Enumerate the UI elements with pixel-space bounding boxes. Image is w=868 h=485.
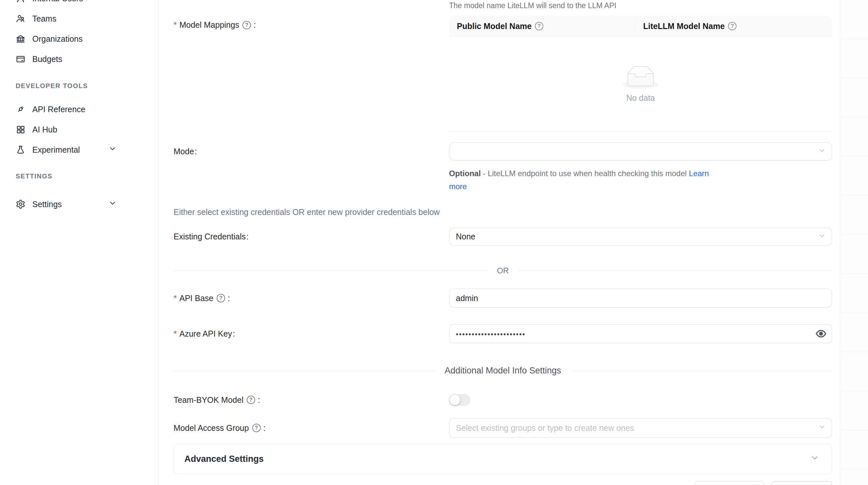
column-header-public-model-name: Public Model Name ? [449, 22, 635, 31]
background-page-edge [841, 0, 868, 485]
existing-credentials-row: Existing Credentials : None [174, 228, 832, 246]
sidebar-item-ai-hub[interactable]: AI Hub [0, 119, 158, 139]
sidebar-section-developer-tools: DEVELOPER TOOLS [0, 82, 158, 90]
sidebar-item-label: Experimental [32, 145, 80, 155]
sidebar-section-settings: SETTINGS [0, 172, 158, 180]
mode-label: Mode : [174, 142, 449, 160]
chevron-down-icon [818, 423, 826, 433]
help-icon[interactable]: ? [247, 396, 255, 404]
add-model-form: The model name LiteLLM will send to the … [159, 0, 840, 485]
azure-api-key-label: * Azure API Key : [174, 324, 449, 343]
bank-icon [16, 34, 26, 44]
flask-icon [16, 145, 26, 155]
model-mappings-row: * Model Mappings ? : Public Model Name ?… [174, 15, 832, 132]
form-footer: Need Help? Test Connect Add Model [174, 481, 832, 485]
sidebar-item-label: Settings [32, 200, 62, 209]
credentials-note: Either select existing credentials OR en… [174, 207, 832, 217]
existing-credentials-select[interactable]: None [449, 228, 832, 246]
required-mark: * [174, 329, 177, 338]
user-icon [16, 0, 26, 3]
learn-more-link[interactable]: more [449, 182, 467, 191]
help-icon[interactable]: ? [217, 294, 225, 302]
additional-settings-title: Additional Model Info Settings [444, 366, 561, 376]
mode-help-text: Optional - LiteLLM endpoint to use when … [449, 167, 832, 193]
model-access-group-row: Model Access Group ? : [174, 418, 832, 438]
chevron-down-icon [818, 232, 826, 242]
chevron-down-icon [818, 147, 826, 157]
help-icon[interactable]: ? [535, 22, 543, 30]
mode-row: Mode : [174, 142, 832, 160]
sidebar-item-organizations[interactable]: Organizations [0, 29, 158, 49]
model-access-group-label: Model Access Group ? : [174, 418, 449, 438]
azure-api-key-row: * Azure API Key : •••••••••••••••••••••• [174, 324, 832, 343]
api-base-label: * API Base ? : [174, 289, 449, 308]
or-divider: OR [174, 266, 832, 275]
help-icon[interactable]: ? [243, 21, 251, 29]
sidebar-item-api-reference[interactable]: API Reference [0, 99, 158, 119]
table-header-row: Public Model Name ? LiteLLM Model Name ? [449, 15, 832, 37]
required-mark: * [174, 20, 177, 30]
sidebar-item-internal-users[interactable]: Internal Users [0, 0, 158, 8]
team-byok-label: Team-BYOK Model ? : [174, 395, 449, 405]
empty-state: No data [449, 37, 832, 131]
eye-icon[interactable] [815, 328, 827, 339]
sidebar-item-experimental[interactable]: Experimental [0, 139, 158, 160]
masked-password-value: •••••••••••••••••••••• [456, 330, 525, 338]
additional-settings-divider: Additional Model Info Settings [174, 366, 832, 376]
model-access-group-input[interactable] [456, 423, 813, 433]
plug-icon [16, 104, 26, 114]
chevron-down-icon [108, 199, 117, 209]
help-icon[interactable]: ? [728, 22, 737, 30]
api-base-row: * API Base ? : [174, 289, 832, 308]
learn-more-link[interactable]: Learn [689, 169, 709, 178]
gear-icon [16, 199, 26, 209]
model-access-group-select[interactable] [449, 418, 832, 438]
mode-select[interactable] [449, 142, 832, 160]
empty-box-icon [623, 66, 658, 89]
advanced-settings-header[interactable]: Advanced Settings [174, 444, 832, 474]
sidebar-item-teams[interactable]: Teams [0, 8, 158, 29]
teams-icon [16, 14, 26, 24]
sidebar-item-label: Teams [32, 14, 57, 24]
sidebar-item-label: Internal Users [32, 0, 83, 3]
sidebar-item-label: Organizations [32, 34, 83, 44]
azure-api-key-input[interactable]: •••••••••••••••••••••• [449, 324, 832, 343]
add-model-button[interactable]: Add Model [771, 481, 832, 485]
grid-icon [16, 125, 26, 134]
test-connect-button[interactable]: Test Connect [694, 481, 764, 485]
chevron-down-icon [108, 144, 117, 155]
sidebar-item-label: Budgets [32, 55, 62, 64]
column-header-litellm-model-name: LiteLLM Model Name ? [636, 22, 739, 31]
sidebar-item-budgets[interactable]: Budgets [0, 49, 158, 69]
required-mark: * [174, 294, 177, 303]
model-mappings-table: Public Model Name ? LiteLLM Model Name ?… [449, 15, 832, 132]
api-base-input-wrap [449, 289, 832, 308]
sidebar: Internal Users Teams Organizations Budge… [0, 0, 159, 485]
team-byok-toggle[interactable] [449, 394, 470, 406]
sidebar-item-label: AI Hub [32, 125, 57, 134]
advanced-settings-label: Advanced Settings [184, 454, 264, 464]
mode-help-row: Optional - LiteLLM endpoint to use when … [174, 167, 832, 193]
model-mappings-label: * Model Mappings ? : [174, 15, 449, 30]
empty-text: No data [626, 93, 655, 103]
credit-card-icon [16, 54, 26, 64]
sidebar-item-label: API Reference [32, 105, 86, 114]
chevron-down-icon [810, 453, 819, 465]
existing-credentials-label: Existing Credentials : [174, 228, 449, 246]
api-base-input[interactable] [456, 294, 813, 303]
existing-credentials-value: None [456, 232, 475, 241]
help-icon[interactable]: ? [252, 424, 261, 432]
sidebar-item-settings[interactable]: Settings [0, 194, 158, 214]
team-byok-row: Team-BYOK Model ? : [174, 392, 832, 408]
table-caption: The model name LiteLLM will send to the … [449, 0, 832, 10]
